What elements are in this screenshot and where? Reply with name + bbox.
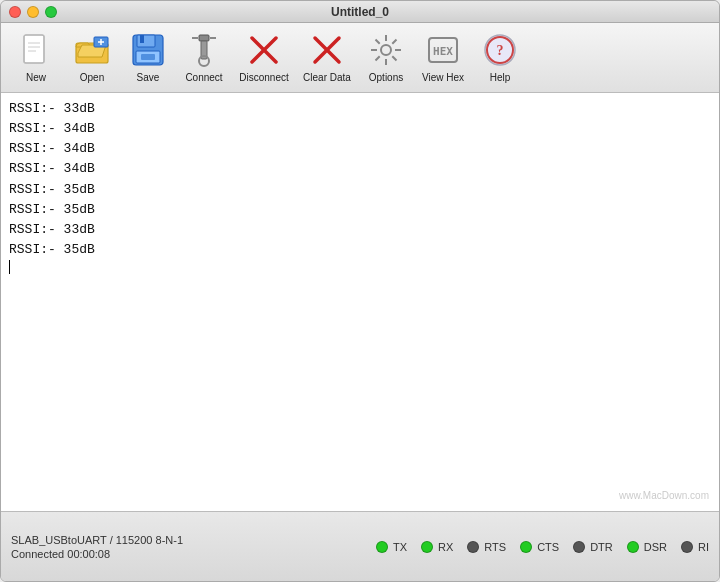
status-indicators: TXRXRTSCTSDTRDSRRI: [376, 541, 709, 553]
ri-dot: [681, 541, 693, 553]
minimize-button[interactable]: [27, 6, 39, 18]
svg-point-23: [381, 45, 391, 55]
main-content[interactable]: RSSI:- 33dBRSSI:- 34dBRSSI:- 34dBRSSI:- …: [1, 93, 719, 511]
data-line: RSSI:- 34dB: [9, 139, 711, 159]
disconnect-icon: [246, 32, 282, 68]
indicator-dtr: DTR: [573, 541, 613, 553]
clear-data-label: Clear Data: [303, 72, 351, 83]
disconnect-label: Disconnect: [239, 72, 288, 83]
connection-info: SLAB_USBtoUART / 115200 8-N-1: [11, 534, 376, 546]
indicator-tx: TX: [376, 541, 407, 553]
data-line: RSSI:- 34dB: [9, 159, 711, 179]
cts-dot: [520, 541, 532, 553]
dtr-label: DTR: [590, 541, 613, 553]
ri-label: RI: [698, 541, 709, 553]
traffic-lights: [9, 6, 57, 18]
statusbar: SLAB_USBtoUART / 115200 8-N-1 Connected …: [1, 511, 719, 581]
data-line: RSSI:- 35dB: [9, 200, 711, 220]
svg-rect-14: [199, 35, 209, 41]
svg-line-28: [376, 40, 380, 44]
save-icon: [130, 32, 166, 68]
help-icon: ?: [482, 32, 518, 68]
options-label: Options: [369, 72, 403, 83]
view-hex-button[interactable]: HEX View Hex: [415, 28, 471, 88]
help-button[interactable]: ? Help: [473, 28, 527, 88]
cts-label: CTS: [537, 541, 559, 553]
connection-timer: Connected 00:00:08: [11, 548, 376, 560]
rx-dot: [421, 541, 433, 553]
window-title: Untitled_0: [331, 5, 389, 19]
connect-button[interactable]: Connect: [177, 28, 231, 88]
data-line: RSSI:- 35dB: [9, 240, 711, 260]
titlebar: Untitled_0: [1, 1, 719, 23]
svg-rect-13: [141, 54, 155, 60]
options-icon: [368, 32, 404, 68]
save-button[interactable]: Save: [121, 28, 175, 88]
svg-rect-0: [24, 35, 44, 63]
options-button[interactable]: Options: [359, 28, 413, 88]
rx-label: RX: [438, 541, 453, 553]
tx-label: TX: [393, 541, 407, 553]
indicator-dsr: DSR: [627, 541, 667, 553]
clear-data-icon: [309, 32, 345, 68]
svg-line-30: [392, 40, 396, 44]
svg-text:HEX: HEX: [433, 45, 453, 58]
data-line: RSSI:- 33dB: [9, 99, 711, 119]
dsr-label: DSR: [644, 541, 667, 553]
connect-icon: [186, 32, 222, 68]
indicator-ri: RI: [681, 541, 709, 553]
cursor-line: [9, 260, 711, 274]
indicator-rts: RTS: [467, 541, 506, 553]
data-line: RSSI:- 35dB: [9, 180, 711, 200]
open-icon: [74, 32, 110, 68]
close-button[interactable]: [9, 6, 21, 18]
status-left: SLAB_USBtoUART / 115200 8-N-1 Connected …: [11, 534, 376, 560]
data-line: RSSI:- 33dB: [9, 220, 711, 240]
rts-label: RTS: [484, 541, 506, 553]
svg-line-31: [376, 56, 380, 60]
toolbar: New Open Save: [1, 23, 719, 93]
help-label: Help: [490, 72, 511, 83]
watermark: www.MacDown.com: [619, 490, 709, 501]
new-icon: [18, 32, 54, 68]
rts-dot: [467, 541, 479, 553]
view-hex-label: View Hex: [422, 72, 464, 83]
new-button[interactable]: New: [9, 28, 63, 88]
maximize-button[interactable]: [45, 6, 57, 18]
open-label: Open: [80, 72, 104, 83]
svg-text:?: ?: [497, 43, 504, 58]
view-hex-icon: HEX: [425, 32, 461, 68]
clear-data-button[interactable]: Clear Data: [297, 28, 357, 88]
new-label: New: [26, 72, 46, 83]
connect-label: Connect: [185, 72, 222, 83]
indicator-rx: RX: [421, 541, 453, 553]
disconnect-button[interactable]: Disconnect: [233, 28, 295, 88]
svg-line-29: [392, 56, 396, 60]
dsr-dot: [627, 541, 639, 553]
data-line: RSSI:- 34dB: [9, 119, 711, 139]
save-label: Save: [137, 72, 160, 83]
indicator-cts: CTS: [520, 541, 559, 553]
tx-dot: [376, 541, 388, 553]
svg-rect-10: [137, 35, 155, 47]
text-cursor: [9, 260, 10, 274]
svg-rect-11: [140, 35, 144, 43]
open-button[interactable]: Open: [65, 28, 119, 88]
dtr-dot: [573, 541, 585, 553]
